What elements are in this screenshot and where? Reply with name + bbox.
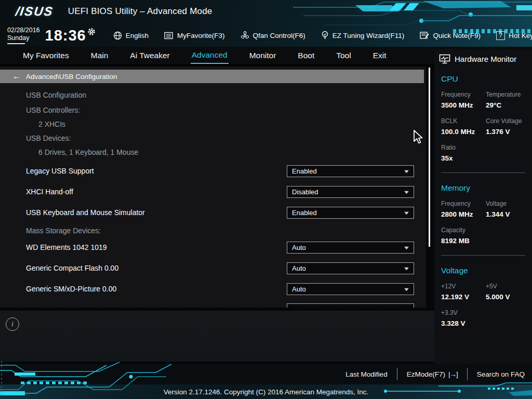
myfavorite-button[interactable]: MyFavorite(F3) (164, 32, 225, 39)
help-panel: i (0, 311, 434, 362)
mem-frequency-value: 2800 MHz (441, 208, 486, 225)
usb-kb-mouse-simulator-dropdown[interactable]: Enabled ▼ (287, 207, 414, 219)
datetime-display: 02/28/2016 Sunday (7, 26, 40, 44)
page-title: UEFI BIOS Utility – Advanced Mode (68, 6, 212, 17)
mem-capacity-label: Capacity (441, 227, 486, 234)
back-arrow-icon[interactable]: ← (12, 72, 21, 81)
asus-logo: /ISUS (15, 4, 55, 19)
usb-controllers-label: USB Controllers: (26, 106, 80, 114)
version-text: Version 2.17.1246. Copyright (C) 2016 Am… (164, 388, 369, 396)
chevron-down-icon: ▼ (403, 266, 410, 271)
settings-panel: ← Advanced\USB Configuration USB Configu… (0, 66, 426, 308)
myfavorite-label: MyFavorite(F3) (177, 32, 225, 39)
dropdown-value: Disabled (292, 188, 318, 196)
hardware-monitor-panel: Hardware Monitor CPU Frequency Temperatu… (434, 49, 532, 364)
breadcrumb-label: Advanced\USB Configuration (26, 73, 117, 81)
tab-monitor[interactable]: Monitor (248, 48, 277, 63)
cpu-section-title: CPU (441, 74, 532, 84)
ez-tuning-label: EZ Tuning Wizard(F11) (332, 32, 405, 39)
usb-controllers-value: 2 XHCIs (38, 120, 65, 128)
v12-label: +12V (441, 283, 486, 290)
voltage-section-title: Voltage (441, 266, 532, 275)
last-modified-button[interactable]: Last Modified (336, 370, 396, 378)
tab-advanced[interactable]: Advanced (191, 47, 229, 64)
note-icon (420, 31, 429, 39)
v5-label: +5V (486, 283, 530, 290)
circuit-decoration-top-right (293, 0, 532, 27)
cpu-core-voltage-label: Core Voltage (486, 117, 530, 125)
scrollbar[interactable] (429, 68, 430, 247)
tab-ai-tweaker[interactable]: Ai Tweaker (129, 48, 170, 63)
cpu-bclk-value: 100.0 MHz (441, 126, 486, 143)
memory-section-title: Memory (441, 183, 532, 193)
mem-voltage-label: Voltage (486, 200, 530, 207)
search-faq-label: Search on FAQ (477, 370, 525, 378)
generic-sm-xd-picture-dropdown[interactable]: Auto ▼ (287, 283, 414, 295)
mass-storage-devices-heading: Mass Storage Devices: (26, 227, 101, 235)
xhci-hand-off-label: XHCI Hand-off (26, 188, 73, 196)
exit-arrow-icon: |→] (448, 370, 458, 378)
language-label: English (126, 32, 149, 39)
tab-main[interactable]: Main (90, 48, 110, 63)
list-icon (164, 32, 174, 39)
ez-tuning-wizard-button[interactable]: EZ Tuning Wizard(F11) (321, 31, 405, 40)
date-underline-decoration (7, 43, 25, 44)
usb-devices-label: USB Devices: (26, 134, 71, 142)
section-divider (441, 172, 525, 173)
ezmode-button[interactable]: EzMode(F7) |→] (397, 370, 467, 378)
cpu-core-voltage-value: 1.376 V (486, 126, 530, 143)
info-icon: i (6, 317, 19, 331)
mem-frequency-label: Frequency (441, 200, 486, 207)
chevron-down-icon: ▼ (403, 245, 410, 250)
cpu-temperature-value: 29°C (486, 99, 530, 116)
tab-tool[interactable]: Tool (335, 48, 352, 63)
mem-voltage-value: 1.344 V (486, 208, 530, 225)
cpu-bclk-label: BCLK (441, 117, 486, 125)
generic-compact-flash-dropdown[interactable]: Auto ▼ (287, 262, 414, 274)
mem-capacity-value: 8192 MB (441, 235, 486, 252)
partial-dropdown (287, 303, 414, 308)
cpu-frequency-label: Frequency (441, 91, 486, 98)
qfan-label: Qfan Control(F6) (253, 32, 305, 39)
version-bar: Version 2.17.1246. Copyright (C) 2016 Am… (0, 384, 532, 399)
usb-configuration-heading: USB Configuration (26, 91, 86, 99)
quick-note-button[interactable]: Quick Note(F9) (420, 31, 481, 39)
dropdown-value: Enabled (292, 209, 317, 217)
search-on-faq-button[interactable]: Search on FAQ (468, 370, 532, 378)
language-button[interactable]: English (113, 31, 149, 40)
usb-devices-value: 6 Drives, 1 Keyboard, 1 Mouse (38, 148, 138, 156)
v5-value: 5.000 V (486, 291, 530, 308)
hardware-monitor-title: Hardware Monitor (455, 55, 516, 63)
chevron-down-icon: ▼ (403, 210, 410, 216)
fan-icon (241, 31, 249, 40)
generic-compact-flash-label: Generic Compact Flash 0.00 (26, 264, 118, 272)
cpu-temperature-label: Temperature (486, 91, 530, 98)
breadcrumb[interactable]: ← Advanced\USB Configuration (0, 70, 424, 83)
chevron-down-icon: ▼ (403, 287, 410, 292)
question-icon: ? (496, 31, 505, 40)
bios-screen: /ISUS UEFI BIOS Utility – Advanced Mode … (0, 0, 532, 399)
ezmode-label: EzMode(F7) (407, 370, 445, 378)
wd-elements-label: WD Elements 1042 1019 (26, 243, 107, 251)
wd-elements-dropdown[interactable]: Auto ▼ (287, 242, 414, 254)
dropdown-value: Auto (292, 264, 306, 272)
legacy-usb-support-dropdown[interactable]: Enabled ▼ (287, 165, 414, 177)
cpu-ratio-value: 35x (441, 152, 486, 169)
header: /ISUS UEFI BIOS Utility – Advanced Mode … (0, 0, 532, 47)
tab-exit[interactable]: Exit (372, 48, 388, 63)
section-divider (441, 255, 525, 256)
dropdown-value: Auto (292, 285, 306, 293)
tab-my-favorites[interactable]: My Favorites (22, 48, 70, 63)
last-modified-label: Last Modified (345, 370, 387, 378)
day-label: Sunday (7, 34, 40, 42)
qfan-control-button[interactable]: Qfan Control(F6) (241, 31, 305, 40)
tab-boot[interactable]: Boot (297, 48, 315, 63)
hot-keys-button[interactable]: ? Hot Keys (496, 31, 532, 40)
xhci-hand-off-dropdown[interactable]: Disabled ▼ (287, 186, 414, 198)
gear-icon[interactable] (87, 28, 96, 36)
footer-bar: Last Modified EzMode(F7) |→] Search on F… (0, 364, 532, 384)
date-label: 02/28/2016 (7, 26, 40, 34)
cpu-frequency-value: 3500 MHz (441, 99, 486, 116)
v33-label: +3.3V (441, 309, 486, 316)
cpu-ratio-label: Ratio (441, 144, 486, 151)
